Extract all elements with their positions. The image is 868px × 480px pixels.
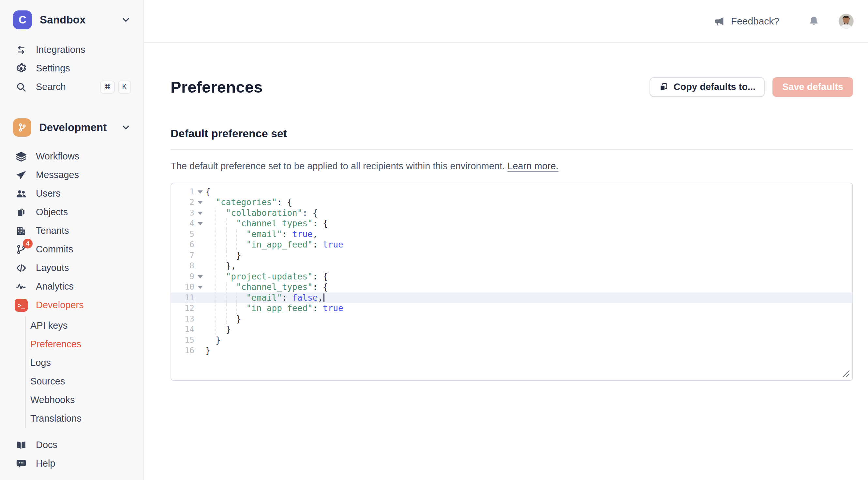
fold-arrow-icon[interactable] [197, 212, 203, 215]
sidebar-item-analytics[interactable]: Analytics [0, 277, 144, 296]
editor-gutter: 4 [171, 218, 206, 229]
line-number: 6 [189, 239, 194, 250]
editor-line-5[interactable]: 5"email": true, [171, 229, 852, 240]
indent-guide [226, 218, 227, 229]
editor-gutter: 6 [171, 239, 206, 250]
editor-line-4[interactable]: 4"channel_types": { [171, 218, 852, 229]
save-defaults-button[interactable]: Save defaults [772, 77, 853, 97]
indent-guide [216, 229, 216, 240]
editor-line-12[interactable]: 12"in_app_feed": true [171, 303, 852, 314]
resize-handle-icon[interactable] [841, 369, 850, 378]
avatar[interactable] [839, 14, 854, 29]
key-badge: ⌘ [100, 81, 115, 94]
topbar: Feedback? [144, 0, 868, 43]
editor-gutter: 12 [171, 303, 206, 314]
main-area: Feedback? [144, 0, 868, 480]
fold-arrow-icon[interactable] [197, 275, 203, 278]
sidebar-item-help[interactable]: Help [0, 454, 144, 473]
sidebar-item-objects[interactable]: Objects [0, 203, 144, 221]
bell-icon[interactable] [808, 15, 820, 27]
editor-gutter: 2 [171, 197, 206, 208]
code-text: } [206, 324, 231, 335]
indent-guide [236, 239, 237, 250]
line-number: 3 [189, 208, 194, 218]
developers-subnav: API keysPreferencesLogsSourcesWebhooksTr… [25, 316, 144, 428]
subnav-item-api-keys[interactable]: API keys [29, 316, 144, 335]
line-number: 14 [185, 324, 194, 335]
editor-line-16[interactable]: 16} [171, 345, 852, 356]
workspace-switcher[interactable]: C Sandbox [0, 10, 144, 30]
indent-guide [216, 282, 216, 293]
editor-line-6[interactable]: 6"in_app_feed": true [171, 239, 852, 250]
chevron-down-icon [121, 15, 131, 25]
editor-line-14[interactable]: 14} [171, 324, 852, 335]
fold-arrow-icon[interactable] [197, 286, 203, 289]
sidebar-item-search[interactable]: Search⌘K [0, 78, 144, 96]
sidebar-item-developers[interactable]: >_Developers [0, 296, 144, 314]
git-branch-icon [13, 118, 31, 137]
indent-guide [226, 239, 227, 250]
environment-name: Development [39, 121, 121, 134]
editor-line-11[interactable]: 11"email": false, [171, 293, 852, 303]
code-text: "channel_types": { [206, 282, 328, 293]
terminal-icon: >_ [14, 298, 28, 312]
editor-line-3[interactable]: 3"collaboration": { [171, 208, 852, 218]
subnav-item-logs[interactable]: Logs [29, 354, 144, 372]
code-text: "email": true, [206, 229, 318, 240]
feedback-button[interactable]: Feedback? [714, 16, 779, 27]
sidebar-item-label: Developers [36, 300, 84, 310]
json-code-editor[interactable]: 1{2"categories": {3"collaboration": {4"c… [170, 183, 853, 381]
sidebar-item-workflows[interactable]: Workflows [0, 147, 144, 166]
copy-defaults-button[interactable]: Copy defaults to... [650, 77, 765, 97]
editor-gutter: 15 [171, 335, 206, 346]
integrations-icon [14, 43, 28, 57]
gear-icon [14, 62, 28, 75]
indent-guide [216, 303, 216, 314]
sidebar-item-tenants[interactable]: Tenants [0, 221, 144, 240]
subnav-item-sources[interactable]: Sources [29, 372, 144, 391]
sidebar-item-settings[interactable]: Settings [0, 59, 144, 78]
chat-icon [14, 457, 28, 471]
learn-more-link[interactable]: Learn more. [507, 161, 558, 171]
indent-guide [236, 303, 237, 314]
editor-lines: 1{2"categories": {3"collaboration": {4"c… [171, 183, 852, 356]
subnav-item-translations[interactable]: Translations [29, 409, 144, 428]
editor-gutter: 3 [171, 208, 206, 218]
sidebar-item-messages[interactable]: Messages [0, 166, 144, 184]
line-number: 16 [185, 345, 194, 356]
pulse-icon [14, 280, 28, 294]
fold-arrow-icon[interactable] [197, 190, 203, 194]
fold-arrow-icon[interactable] [197, 222, 203, 225]
sidebar-item-commits[interactable]: 4Commits [0, 240, 144, 259]
subnav-item-preferences[interactable]: Preferences [29, 335, 144, 354]
editor-gutter: 5 [171, 229, 206, 240]
line-number: 9 [189, 271, 194, 282]
editor-line-2[interactable]: 2"categories": { [171, 197, 852, 208]
indent-guide [236, 293, 237, 303]
sidebar-item-integrations[interactable]: Integrations [0, 40, 144, 59]
fold-arrow-icon[interactable] [197, 201, 203, 204]
indent-guide [216, 271, 216, 282]
code-text: "in_app_feed": true [206, 239, 343, 250]
keyboard-shortcut: ⌘K [100, 81, 131, 94]
description-text: The default preference set to be applied… [170, 161, 507, 171]
environment-switcher[interactable]: Development [0, 116, 144, 139]
editor-line-8[interactable]: 8}, [171, 261, 852, 271]
code-text: } [206, 250, 241, 261]
editor-line-9[interactable]: 9"project-updates": { [171, 271, 852, 282]
sidebar-item-label: Analytics [36, 281, 74, 292]
sidebar-item-docs[interactable]: Docs [0, 436, 144, 454]
editor-line-1[interactable]: 1{ [171, 186, 852, 197]
editor-line-7[interactable]: 7} [171, 250, 852, 261]
editor-line-10[interactable]: 10"channel_types": { [171, 282, 852, 293]
subnav-item-webhooks[interactable]: Webhooks [29, 391, 144, 409]
line-number: 4 [189, 218, 194, 229]
book-icon [14, 438, 28, 452]
sidebar-item-users[interactable]: Users [0, 184, 144, 203]
editor-line-13[interactable]: 13} [171, 314, 852, 325]
editor-line-15[interactable]: 15} [171, 335, 852, 346]
workspace-name: Sandbox [40, 14, 121, 26]
sidebar-item-layouts[interactable]: Layouts [0, 259, 144, 277]
indent-guide [216, 314, 216, 325]
sidebar-item-label: Workflows [36, 151, 79, 162]
